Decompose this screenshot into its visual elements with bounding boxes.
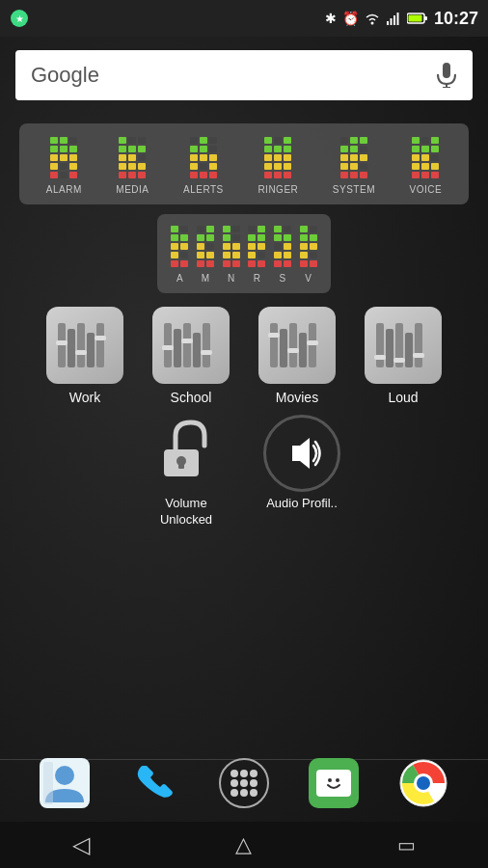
svg-point-57: [240, 779, 248, 787]
status-time: 10:27: [434, 9, 478, 29]
svg-rect-27: [181, 339, 193, 343]
svg-rect-5: [393, 15, 395, 25]
svg-rect-20: [95, 336, 106, 340]
svg-rect-3: [387, 21, 389, 25]
profile-movies[interactable]: Movies: [249, 307, 345, 405]
svg-point-54: [240, 770, 248, 777]
volume-unlocked-item[interactable]: VolumeUnlocked: [133, 415, 239, 529]
svg-point-50: [55, 766, 74, 785]
svg-rect-23: [183, 323, 191, 367]
svg-point-53: [230, 770, 238, 777]
alerts-bars: [190, 137, 217, 178]
dock-apps[interactable]: [215, 754, 273, 812]
media-bars: [119, 137, 146, 178]
svg-rect-47: [178, 461, 184, 469]
audio-profile-label: Audio Profil..: [266, 496, 338, 512]
sm-a-label: A: [176, 273, 183, 284]
search-bar[interactable]: Google: [15, 50, 473, 100]
profile-school-icon: [152, 307, 230, 384]
svg-rect-14: [68, 329, 75, 367]
profile-movies-label: Movies: [276, 390, 318, 405]
search-bar-text: Google: [31, 63, 99, 88]
sm-s-label: S: [280, 273, 286, 284]
alerts-label: ALERTS: [183, 184, 224, 195]
svg-rect-25: [203, 323, 210, 367]
svg-rect-44: [413, 353, 424, 358]
volume-widget-large[interactable]: ALARM: [19, 123, 469, 204]
profiles-grid: Work School: [19, 307, 469, 405]
system-label: SYSTEM: [333, 184, 375, 195]
svg-text:★: ★: [15, 14, 24, 24]
svg-rect-43: [393, 358, 405, 363]
system-channel: SYSTEM: [333, 137, 375, 195]
sm-r-channel: R: [248, 226, 265, 284]
volume-widget-small[interactable]: A M: [157, 214, 331, 293]
bluetooth-icon: ✱: [325, 11, 337, 26]
svg-rect-40: [405, 333, 413, 367]
svg-rect-4: [390, 18, 392, 25]
sm-n-channel: N: [223, 226, 240, 284]
svg-point-55: [250, 770, 258, 777]
home-button[interactable]: △: [235, 832, 252, 857]
media-label: MEDIA: [116, 184, 149, 195]
sm-n-label: N: [228, 273, 234, 284]
mic-icon[interactable]: [436, 63, 457, 88]
svg-point-72: [417, 776, 430, 790]
svg-rect-32: [299, 333, 307, 367]
system-bars: [340, 137, 367, 178]
dock-phone[interactable]: [125, 754, 183, 812]
sm-m-channel: M: [197, 226, 214, 284]
svg-rect-30: [280, 329, 287, 367]
svg-rect-29: [270, 323, 278, 367]
audio-icon-wrap: [263, 415, 340, 492]
svg-rect-26: [162, 345, 174, 350]
alarm-icon: ⏰: [342, 11, 359, 26]
ringer-bars: [264, 137, 291, 178]
alarm-label: ALARM: [46, 184, 82, 195]
recents-button[interactable]: ▭: [397, 833, 416, 856]
svg-point-56: [230, 779, 238, 787]
profile-loud-label: Loud: [388, 390, 418, 405]
svg-rect-15: [77, 323, 85, 367]
sm-a-channel: A: [171, 226, 188, 284]
back-button[interactable]: ◁: [72, 831, 90, 858]
media-channel: MEDIA: [116, 137, 149, 195]
main-content: ALARM: [0, 114, 488, 538]
profile-work[interactable]: Work: [37, 307, 133, 405]
svg-rect-42: [374, 355, 386, 360]
wifi-icon: [365, 12, 380, 25]
voice-label: VOICE: [410, 184, 443, 195]
alerts-channel: ALERTS: [183, 137, 224, 195]
svg-rect-19: [75, 350, 87, 355]
sm-v-channel: V: [300, 226, 317, 284]
unlock-icon-wrap: [148, 415, 225, 492]
svg-rect-8: [424, 16, 427, 20]
svg-rect-36: [307, 340, 318, 345]
svg-rect-37: [376, 323, 384, 367]
sm-s-channel: S: [274, 226, 291, 284]
alarm-channel: ALARM: [46, 137, 82, 195]
svg-rect-31: [289, 323, 297, 367]
ringer-channel: RINGER: [258, 137, 298, 195]
profile-school-label: School: [171, 390, 212, 405]
svg-rect-38: [386, 329, 393, 367]
dock-chrome[interactable]: [394, 754, 452, 812]
dock: [0, 745, 488, 822]
special-row: VolumeUnlocked Audio Profil..: [19, 415, 469, 529]
dock-contacts[interactable]: [36, 754, 94, 812]
status-left: ★: [10, 9, 29, 28]
svg-point-2: [370, 22, 373, 25]
svg-rect-41: [415, 323, 422, 367]
voice-bars: [412, 137, 439, 178]
battery-icon: [407, 12, 428, 25]
audio-profile-item[interactable]: Audio Profil..: [249, 415, 355, 529]
voice-channel: VOICE: [410, 137, 443, 195]
dock-messenger[interactable]: [305, 754, 363, 812]
volume-unlocked-label: VolumeUnlocked: [160, 496, 212, 529]
status-right: ✱ ⏰: [325, 9, 478, 29]
profile-loud[interactable]: Loud: [355, 307, 451, 405]
svg-rect-6: [396, 13, 398, 25]
svg-marker-48: [292, 438, 310, 469]
profile-school[interactable]: School: [143, 307, 239, 405]
svg-point-58: [250, 779, 258, 787]
